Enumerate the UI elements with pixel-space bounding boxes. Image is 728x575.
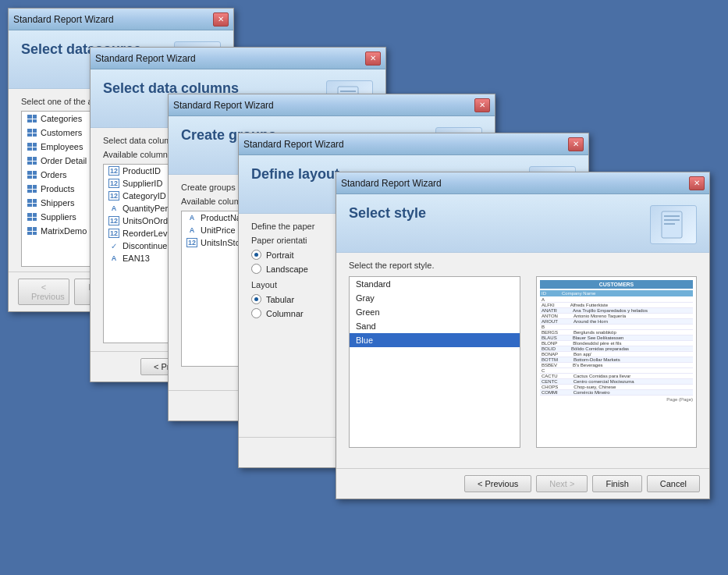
preview-row: BOLIDBólido Comidas preparadas: [540, 346, 693, 352]
svg-rect-18: [664, 215, 680, 217]
win5-cancel-btn[interactable]: Cancel: [647, 475, 700, 492]
preview-row-c: C: [540, 368, 693, 374]
preview-footer: Page (Page): [540, 397, 693, 402]
win3-titlebar: Standard Report Wizard ✕: [169, 94, 495, 116]
table-icon: [27, 211, 37, 222]
preview-row: AROUTAround the Horn: [540, 319, 693, 325]
numeric-icon: 12: [108, 166, 119, 176]
table-icon: [27, 113, 37, 124]
win5-titlebar: Standard Report Wizard ✕: [336, 172, 709, 194]
win4-titlebar: Standard Report Wizard ✕: [239, 133, 588, 155]
preview-row: CENTCCentro comercial Moctezuma: [540, 379, 693, 385]
preview-col-header: ID Company Name: [540, 290, 693, 296]
preview-row: BERGSBerglunds snabbköp: [540, 330, 693, 335]
style-sand[interactable]: Sand: [350, 319, 520, 333]
text-icon: A: [108, 204, 119, 213]
preview-row-a: A: [540, 297, 693, 303]
preview-rows: A ALFKIAlfreds Futterkiste ANATRAna Truj…: [540, 297, 693, 396]
win3-title: Standard Report Wizard: [173, 100, 274, 111]
preview-row: CHOPSChop-suey, Chinese: [540, 385, 693, 390]
win3-controls: ✕: [474, 98, 490, 112]
win2-titlebar: Standard Report Wizard ✕: [91, 48, 385, 69]
landscape-radio-indicator: [251, 264, 261, 274]
win5-select-style: Standard Report Wizard ✕ Select style Se…: [336, 172, 710, 499]
win5-preview-pane: CUSTOMERS ID Company Name A ALFKIAlfreds…: [536, 276, 697, 448]
preview-row: BONAPBon app': [540, 352, 693, 357]
style-gray[interactable]: Gray: [350, 291, 520, 305]
table-icon: [27, 141, 37, 152]
win3-close-btn[interactable]: ✕: [474, 98, 490, 112]
win5-next-btn[interactable]: Next >: [536, 475, 588, 492]
preview-row: ALFKIAlfreds Futterkiste: [540, 303, 693, 308]
preview-row: CACTUCactus Comidas para llevar: [540, 374, 693, 379]
numeric-icon: 12: [108, 229, 119, 238]
style-green[interactable]: Green: [350, 305, 520, 319]
numeric-icon: 12: [108, 191, 119, 201]
text-icon: A: [186, 213, 197, 222]
report-icon: [658, 209, 689, 240]
text-icon: A: [108, 254, 119, 263]
win5-style-area: Standard Gray Green Sand Blue CUSTOMERS …: [349, 276, 697, 448]
preview-row: ANTONAntonio Moreno Taquería: [540, 314, 693, 319]
win1-previous-btn[interactable]: < Previous: [18, 279, 69, 305]
preview-row: BSBEVB's Beverages: [540, 363, 693, 368]
table-icon: [27, 225, 37, 236]
win5-content: Select the report style. Standard Gray G…: [336, 253, 709, 468]
win5-header-icon: [650, 205, 697, 244]
preview-row: BLONPBlondesddsl père et fils: [540, 341, 693, 346]
win2-title: Standard Report Wizard: [95, 53, 196, 64]
numeric-icon: 12: [186, 238, 197, 247]
tabular-radio-indicator: [251, 294, 261, 304]
win1-controls: ✕: [213, 12, 229, 27]
numeric-icon: 12: [108, 216, 119, 225]
svg-rect-6: [340, 91, 356, 92]
win5-finish-btn[interactable]: Finish: [592, 475, 641, 492]
win5-heading: Select style: [349, 205, 426, 222]
win5-style-list[interactable]: Standard Gray Green Sand Blue: [349, 276, 520, 448]
style-blue[interactable]: Blue: [350, 333, 520, 347]
win4-close-btn[interactable]: ✕: [568, 137, 584, 151]
preview-header: CUSTOMERS: [540, 280, 693, 289]
preview-row: BOTTMBottom-Dollar Markets: [540, 357, 693, 363]
win4-heading: Define layout: [251, 166, 339, 183]
win2-controls: ✕: [365, 51, 381, 66]
svg-rect-19: [664, 219, 680, 221]
table-icon: [27, 183, 37, 194]
win4-title: Standard Report Wizard: [243, 139, 344, 150]
style-standard[interactable]: Standard: [350, 277, 520, 291]
tabular-label: Tabular: [266, 295, 294, 304]
table-icon: [27, 197, 37, 208]
win1-close-btn[interactable]: ✕: [213, 12, 229, 27]
check-icon: ✓: [108, 241, 119, 250]
win5-header: Select style: [336, 194, 709, 253]
preview-row: COMMIComércio Mineiro: [540, 390, 693, 396]
win4-controls: ✕: [568, 137, 584, 151]
table-icon: [27, 127, 37, 138]
win1-titlebar: Standard Report Wizard ✕: [9, 9, 233, 30]
win1-title: Standard Report Wizard: [13, 14, 114, 25]
win5-nav: < Previous Next > Finish Cancel: [336, 468, 709, 499]
columnar-radio-indicator: [251, 308, 261, 318]
win5-controls: ✕: [689, 176, 705, 190]
win2-close-btn[interactable]: ✕: [365, 51, 381, 66]
text-icon: A: [186, 225, 197, 235]
win5-previous-btn[interactable]: < Previous: [464, 475, 531, 492]
win5-sublabel: Select the report style.: [349, 261, 697, 270]
preview-row: BLAUSBlauer See Delikatessen: [540, 335, 693, 341]
columnar-label: Columnar: [266, 309, 304, 318]
numeric-icon: 12: [108, 179, 119, 188]
table-icon: [27, 155, 37, 166]
svg-rect-20: [664, 223, 675, 225]
table-icon: [27, 169, 37, 180]
landscape-label: Landscape: [266, 264, 308, 274]
portrait-label: Portrait: [266, 250, 293, 260]
portrait-radio-indicator: [251, 250, 261, 260]
win5-close-btn[interactable]: ✕: [689, 176, 705, 190]
preview-row-b: B: [540, 325, 693, 330]
preview-row: ANATRAna Trujillo Emparedados y helados: [540, 308, 693, 314]
win5-title: Standard Report Wizard: [341, 178, 442, 189]
